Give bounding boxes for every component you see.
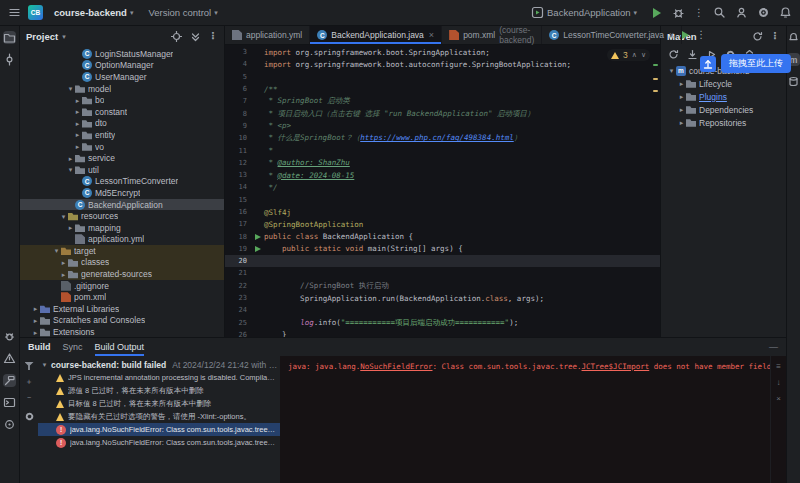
chevron-right-icon[interactable]: ▸	[59, 259, 68, 266]
project-tool-icon[interactable]	[3, 31, 16, 44]
notifications-bell-icon[interactable]	[779, 6, 792, 19]
code-line[interactable]: 12 * @author: ShanZhu	[225, 157, 660, 169]
code-line[interactable]: 7 * SpringBoot 启动类	[225, 95, 660, 107]
code-line[interactable]: 19 public static void main(String[] args…	[225, 243, 660, 255]
project-tree-item[interactable]: ▸generated-sources	[20, 268, 224, 280]
run-file-icon[interactable]	[682, 31, 689, 39]
project-tree-item[interactable]: CLoginStatusManager	[20, 48, 224, 60]
maven-tree-item[interactable]: ▸Repositories	[661, 116, 786, 129]
panel-more-icon[interactable]: ⋮	[208, 31, 218, 41]
project-tree-item[interactable]: ▸dto	[20, 118, 224, 130]
chevron-right-icon[interactable]: ▸	[73, 131, 82, 138]
debug-button[interactable]	[672, 6, 685, 19]
next-problem-icon[interactable]: ∨	[641, 51, 646, 59]
database-tool-icon[interactable]	[787, 75, 800, 88]
run-configuration-widget[interactable]: BackendApplication ▾	[527, 4, 641, 21]
maven-tree-item[interactable]: ▸Plugins	[661, 90, 786, 103]
build-message-row[interactable]: JPS incremental annotation processing is…	[38, 371, 280, 384]
collapse-all-icon[interactable]	[189, 30, 202, 43]
close-tab-icon[interactable]: ×	[669, 30, 674, 40]
code-line[interactable]: 21	[225, 267, 660, 279]
project-tree-item[interactable]: ▸External Libraries	[20, 303, 224, 315]
chevron-right-icon[interactable]: ▸	[66, 224, 75, 231]
chevron-down-icon[interactable]: ▾	[66, 166, 75, 173]
chevron-right-icon[interactable]: ▸	[31, 329, 40, 336]
maven-tree-item[interactable]: ▸Dependencies	[661, 103, 786, 116]
editor-tab[interactable]: CBackendApplication.java×	[310, 26, 442, 44]
project-tree-item[interactable]: ▾target	[20, 245, 224, 257]
notifications-tool-icon[interactable]	[787, 31, 800, 44]
chevron-right-icon[interactable]: ▸	[677, 93, 686, 100]
vcs-widget[interactable]: Version control ▾	[144, 5, 221, 20]
code-line[interactable]: 14 */	[225, 181, 660, 193]
project-widget[interactable]: course-backend ▾	[50, 5, 137, 20]
code-line[interactable]: 16@Slf4j	[225, 206, 660, 218]
code-line[interactable]: 5	[225, 71, 660, 83]
chevron-right-icon[interactable]: ▸	[73, 143, 82, 150]
hide-panel-icon[interactable]: —	[769, 342, 778, 352]
refresh-icon[interactable]	[751, 30, 764, 43]
upload-drop-hint[interactable]: 拖拽至此上传	[721, 54, 791, 73]
code-line[interactable]: 20	[225, 255, 660, 267]
chevron-down-icon[interactable]: ▾	[59, 213, 68, 220]
build-console[interactable]: java: java.lang.NoSuchFieldError: Class …	[280, 356, 770, 483]
code-line[interactable]: 17@SpringBootApplication	[225, 218, 660, 230]
build-message-row[interactable]: 要隐藏有关已过时选项的警告，请使用 -Xlint:-options。	[38, 410, 280, 423]
problems-tool-icon[interactable]	[3, 352, 16, 365]
project-tree-item[interactable]: application.yml	[20, 234, 224, 246]
terminal-tool-icon[interactable]	[3, 396, 16, 409]
close-tab-icon[interactable]: ×	[429, 30, 434, 40]
code-with-me-user-icon[interactable]	[735, 6, 748, 19]
build-message-row[interactable]: !java.lang.NoSuchFieldError: Class com.s…	[38, 423, 280, 436]
prev-problem-icon[interactable]: ∧	[632, 51, 637, 59]
chevron-right-icon[interactable]: ▸	[59, 271, 68, 278]
settings-gear-icon[interactable]	[757, 6, 770, 19]
project-tree-item[interactable]: ▸vo	[20, 141, 224, 153]
run-button[interactable]	[650, 6, 663, 19]
project-tree-item[interactable]: ▸entity	[20, 129, 224, 141]
build-message-row[interactable]: 源值 8 已过时，将在未来所有版本中删除	[38, 384, 280, 397]
code-line[interactable]: 22 //SpringBoot 执行启动	[225, 280, 660, 292]
code-area[interactable]: 3import org.springframework.boot.SpringA…	[225, 45, 660, 337]
expand-all-icon[interactable]: ＋	[25, 378, 33, 386]
code-line[interactable]: 11 *	[225, 144, 660, 156]
run-line-icon[interactable]	[255, 246, 261, 252]
search-everywhere-icon[interactable]	[713, 6, 726, 19]
project-tree-item[interactable]: ▸classes	[20, 257, 224, 269]
build-tool-icon[interactable]	[3, 374, 16, 387]
download-sources-icon[interactable]	[686, 48, 699, 61]
project-tree-item[interactable]: ▸bo	[20, 94, 224, 106]
tab-options-icon[interactable]: ⋮	[696, 30, 706, 40]
build-root-row[interactable]: ▾ course-backend: build failed At 2024/1…	[38, 358, 280, 371]
run-line-icon[interactable]	[255, 234, 261, 240]
chevron-right-icon[interactable]: ▸	[73, 108, 82, 115]
filter-icon[interactable]	[25, 362, 34, 370]
project-tree-item[interactable]: ▸mapping	[20, 222, 224, 234]
chevron-down-icon[interactable]: ▾	[667, 67, 676, 74]
editor-tab[interactable]: application.yml	[225, 26, 310, 44]
build-message-row[interactable]: 目标值 8 已过时，将在未来所有版本中删除	[38, 397, 280, 410]
project-tree-item[interactable]: CBackendApplication	[20, 199, 224, 211]
chevron-right-icon[interactable]: ▸	[73, 120, 82, 127]
tab-build-output[interactable]: Build Output	[95, 338, 145, 356]
main-menu-icon[interactable]	[8, 6, 21, 19]
project-tree-item[interactable]: CLessonTimeConverter	[20, 176, 224, 188]
code-line[interactable]: 23 SpringApplication.run(BackendApplicat…	[225, 292, 660, 304]
code-line[interactable]: 3import org.springframework.boot.SpringA…	[225, 46, 660, 58]
services-tool-icon[interactable]	[3, 418, 16, 431]
code-line[interactable]: 6/**	[225, 83, 660, 95]
project-tree-item[interactable]: ▾resources	[20, 210, 224, 222]
code-line[interactable]: 10 * 什么是SpringBoot？（https://www.php.cn/f…	[225, 132, 660, 144]
chevron-right-icon[interactable]: ▸	[31, 305, 40, 312]
inspections-widget[interactable]: 3 ∧ ∨	[607, 49, 650, 61]
collapse-all-icon[interactable]: －	[25, 394, 33, 402]
panel-more-icon[interactable]: ⋮	[770, 31, 780, 41]
build-settings-icon[interactable]	[23, 410, 36, 423]
console-link[interactable]: JCTree$JCImport	[582, 362, 650, 371]
editor-tab[interactable]: CLessonTimeConverter.java×	[542, 26, 682, 44]
project-tree-item[interactable]: ▸Extensions	[20, 326, 224, 337]
project-tree-item[interactable]: ▾util	[20, 164, 224, 176]
project-tree-item[interactable]: ▸constant	[20, 106, 224, 118]
code-line[interactable]: 24	[225, 304, 660, 316]
code-line[interactable]: 8 * 项目启动入口（点击右键 选择 "run BackendApplicati…	[225, 107, 660, 119]
